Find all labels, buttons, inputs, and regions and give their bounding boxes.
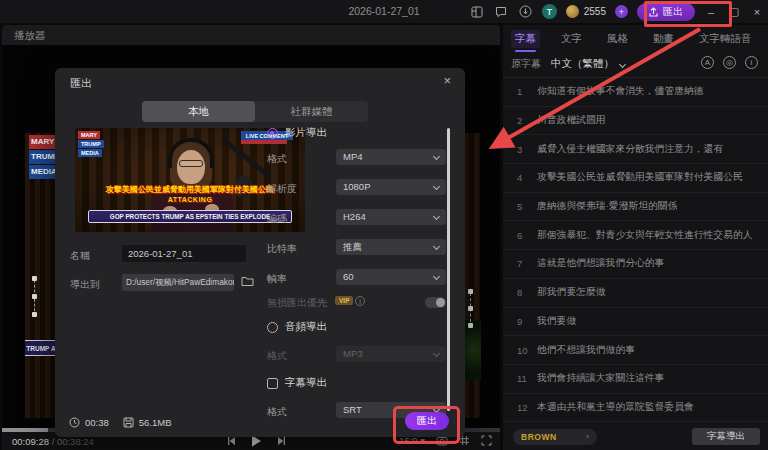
coin-icon xyxy=(566,5,579,18)
subtitle-text: 我們會持續讓大家關注這件事 xyxy=(537,372,664,385)
tab-style[interactable]: 風格 xyxy=(603,30,632,48)
dialog-title: 匯出 xyxy=(70,76,92,91)
option-select[interactable]: 60 xyxy=(336,269,446,285)
subtitle-row[interactable]: 10 他們不想讓我們做的事 xyxy=(503,336,768,365)
name-input[interactable] xyxy=(122,245,246,262)
subtitle-number: 3 xyxy=(517,144,537,155)
selection-handle[interactable] xyxy=(32,276,37,281)
translate-icon[interactable]: A xyxy=(701,56,714,69)
user-avatar[interactable]: T xyxy=(542,4,557,19)
export-confirm-button[interactable]: 匯出 xyxy=(405,412,449,430)
minimize-button[interactable]: – xyxy=(704,6,718,18)
subtitle-number: 11 xyxy=(517,373,537,384)
export-path-field[interactable]: D:/user/视频/HitPawEdimakor xyxy=(122,274,234,291)
option-select[interactable]: 推薦 xyxy=(336,239,446,255)
subtitle-export-checkbox[interactable] xyxy=(267,378,278,389)
dialog-scrollbar[interactable] xyxy=(447,128,450,411)
info-icon[interactable]: i xyxy=(355,296,365,306)
subtitle-row[interactable]: 7 這就是他們想讓我們分心的事 xyxy=(503,250,768,279)
subtitle-list: 1 你知道有個故事不會消失，儘管唐納德 2 川普政權試圖用 3 威脅入侵主權國家… xyxy=(503,78,768,423)
chevron-down-icon xyxy=(619,60,626,67)
tab-subtitles[interactable]: 字幕 xyxy=(511,30,540,48)
language-selector[interactable]: 中文（繁體） xyxy=(551,57,625,71)
path-label: 導出到 xyxy=(70,278,100,292)
previous-frame-button[interactable] xyxy=(227,436,237,446)
subtitle-number: 5 xyxy=(517,201,537,212)
subtitle-export-button[interactable]: 字幕導出 xyxy=(692,428,760,445)
style-template-selector[interactable]: BROWN › xyxy=(513,429,597,445)
settings-icon[interactable]: ◎ xyxy=(723,56,736,69)
chevron-down-icon xyxy=(433,273,440,280)
subtitle-row[interactable]: 1 你知道有個故事不會消失，儘管唐納德 xyxy=(503,78,768,107)
audio-export-section: 音頻導出 xyxy=(267,320,327,334)
vip-badge: VIP xyxy=(335,296,353,305)
source-subtitle-label: 原字幕 xyxy=(511,57,541,71)
subtitle-row[interactable]: 12 本週由共和黨主導的眾院監督委員會 xyxy=(503,394,768,423)
subtitle-row[interactable]: 3 威脅入侵主權國家來分散我們注意力，還有 xyxy=(503,135,768,164)
fullscreen-icon[interactable] xyxy=(481,435,492,446)
selection-handle[interactable] xyxy=(468,306,473,311)
export-size: 56.1MB xyxy=(139,417,172,428)
subtitle-number: 6 xyxy=(517,230,537,241)
player-header: 播放器 xyxy=(2,25,500,45)
subtitle-row[interactable]: 11 我們會持續讓大家關注這件事 xyxy=(503,365,768,394)
chevron-down-icon xyxy=(433,350,440,357)
chevron-right-icon: › xyxy=(586,432,589,441)
audio-format-label: 格式 xyxy=(267,349,287,363)
video-export-radio[interactable] xyxy=(267,128,278,139)
download-icon[interactable] xyxy=(518,4,533,19)
subtitle-text: 我們要做 xyxy=(537,315,576,328)
add-coins-button[interactable]: + xyxy=(615,5,628,18)
export-duration: 00:38 xyxy=(85,417,109,428)
tab-animation[interactable]: 動畫 xyxy=(649,30,678,48)
subtitle-row[interactable]: 5 唐納德與傑弗瑞·愛潑斯坦的關係 xyxy=(503,193,768,222)
player-title: 播放器 xyxy=(14,29,46,43)
subtitle-row[interactable]: 8 那我們要怎麼做 xyxy=(503,279,768,308)
subtitle-row[interactable]: 2 川普政權試圖用 xyxy=(503,107,768,136)
tab-local[interactable]: 本地 xyxy=(142,101,255,122)
dialog-close-button[interactable]: × xyxy=(443,73,451,88)
selection-handle[interactable] xyxy=(32,294,37,299)
export-button-top[interactable]: 匯出 xyxy=(637,3,695,21)
layout-icon[interactable] xyxy=(470,4,485,19)
subtitle-text: 他們不想讓我們做的事 xyxy=(537,344,635,357)
subtitle-text: 川普政權試圖用 xyxy=(537,114,606,127)
chevron-down-icon xyxy=(433,153,440,160)
chevron-down-icon xyxy=(433,213,440,220)
next-frame-button[interactable] xyxy=(276,436,286,446)
subtitle-number: 9 xyxy=(517,316,537,327)
video-export-section: 影片導出 xyxy=(267,126,327,140)
thumbnail-channel-badge: MARY TRUMP MEDIA xyxy=(78,131,104,158)
option-label: 解析度 xyxy=(267,182,297,196)
subtitle-panel: 字幕 文字 風格 動畫 文字轉語音 原字幕 中文（繁體） A ◎ i 1 你知道… xyxy=(503,25,768,450)
titlebar: 2026-01-27_01 T 2555 + 匯出 – ▢ × xyxy=(0,0,768,23)
plant-decor xyxy=(463,320,481,380)
tab-text[interactable]: 文字 xyxy=(557,30,586,48)
subtitle-row[interactable]: 4 攻擊美國公民並威脅動用美國軍隊對付美國公民 xyxy=(503,164,768,193)
tab-social-media[interactable]: 社群媒體 xyxy=(255,101,368,122)
selection-handle[interactable] xyxy=(468,289,473,294)
audio-format-select[interactable]: MP3 xyxy=(336,346,446,362)
panel-bottom-bar: BROWN › 字幕導出 xyxy=(503,423,768,450)
feedback-icon[interactable] xyxy=(494,4,509,19)
option-select[interactable]: 1080P xyxy=(336,179,446,195)
close-window-button[interactable]: × xyxy=(750,6,764,18)
option-select[interactable]: MP4 xyxy=(336,149,446,165)
subtitle-row[interactable]: 9 我們要做 xyxy=(503,308,768,337)
restore-button[interactable]: ▢ xyxy=(727,5,741,18)
tab-text-to-speech[interactable]: 文字轉語音 xyxy=(695,30,756,48)
subtitle-text: 那個強暴犯、對青少女與年輕女性進行性交易的人 xyxy=(537,229,753,242)
dialog-tabs: 本地 社群媒體 xyxy=(142,101,368,122)
info-icon[interactable]: i xyxy=(745,56,758,69)
subtitle-row[interactable]: 6 那個強暴犯、對青少女與年輕女性進行性交易的人 xyxy=(503,221,768,250)
option-label: 格式 xyxy=(267,152,287,166)
folder-icon[interactable] xyxy=(241,275,254,287)
timecode: 00:09:28 / 00:38:24 xyxy=(12,436,94,447)
selection-handle[interactable] xyxy=(32,312,37,317)
subtitle-text: 這就是他們想讓我們分心的事 xyxy=(537,257,664,270)
option-label: 幀率 xyxy=(267,272,287,286)
option-select[interactable]: H264 xyxy=(336,209,446,225)
audio-export-radio[interactable] xyxy=(267,322,278,333)
selection-handle[interactable] xyxy=(468,323,473,328)
lossless-toggle[interactable] xyxy=(425,297,446,308)
